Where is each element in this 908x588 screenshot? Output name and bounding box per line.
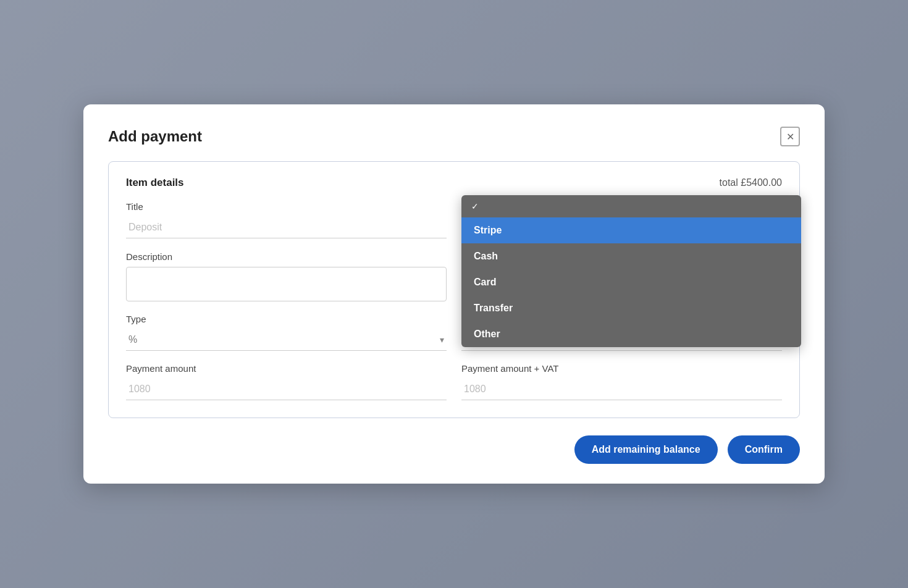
dropdown-item-cash[interactable]: Cash <box>461 243 801 269</box>
payment-amount-group: Payment amount 1080 <box>126 363 447 400</box>
dropdown-item-other[interactable]: Other <box>461 321 801 347</box>
payment-amount-vat-value: 1080 <box>461 379 782 400</box>
title-group: Title <box>126 201 447 239</box>
type-group: Type % ▾ <box>126 314 447 351</box>
item-details-label: Item details <box>126 177 184 189</box>
type-select-value: % <box>128 334 440 345</box>
item-details-box: Item details total £5400.00 Title Paymen… <box>108 161 800 418</box>
payment-amount-label: Payment amount <box>126 363 447 374</box>
modal-footer: Add remaining balance Confirm <box>108 435 800 464</box>
type-label: Type <box>126 314 447 324</box>
add-payment-modal: Add payment ✕ Item details total £5400.0… <box>83 104 825 484</box>
description-label: Description <box>126 251 447 262</box>
modal-header: Add payment ✕ <box>108 127 800 146</box>
total-label: total £5400.00 <box>720 177 782 188</box>
payment-type-group: Payment Type ▾ ✓ Stripe Cash Card Transf… <box>461 201 782 239</box>
modal-title: Add payment <box>108 128 202 145</box>
payment-amount-vat-group: Payment amount + VAT 1080 <box>461 363 782 400</box>
payment-amount-value: 1080 <box>126 379 447 400</box>
add-remaining-balance-button[interactable]: Add remaining balance <box>574 435 718 464</box>
type-chevron-icon: ▾ <box>440 335 444 345</box>
dropdown-item-card[interactable]: Card <box>461 269 801 295</box>
form-row-1: Title Payment Type ▾ ✓ Stripe Cash Card <box>126 201 782 239</box>
check-mark-icon: ✓ <box>471 201 479 211</box>
close-button[interactable]: ✕ <box>780 127 800 146</box>
confirm-button[interactable]: Confirm <box>728 435 800 464</box>
payment-type-dropdown[interactable]: ✓ Stripe Cash Card Transfer Other <box>461 195 801 347</box>
description-group: Description <box>126 251 447 301</box>
dropdown-item-stripe[interactable]: Stripe <box>461 217 801 243</box>
title-label: Title <box>126 201 447 212</box>
form-row-4: Payment amount 1080 Payment amount + VAT… <box>126 363 782 400</box>
dropdown-item-transfer[interactable]: Transfer <box>461 295 801 321</box>
type-select-wrapper[interactable]: % ▾ <box>126 329 447 351</box>
title-input[interactable] <box>126 217 447 238</box>
dropdown-check-row: ✓ <box>461 195 801 217</box>
item-details-header: Item details total £5400.00 <box>126 177 782 189</box>
payment-amount-vat-label: Payment amount + VAT <box>461 363 782 374</box>
description-input[interactable] <box>126 267 447 301</box>
